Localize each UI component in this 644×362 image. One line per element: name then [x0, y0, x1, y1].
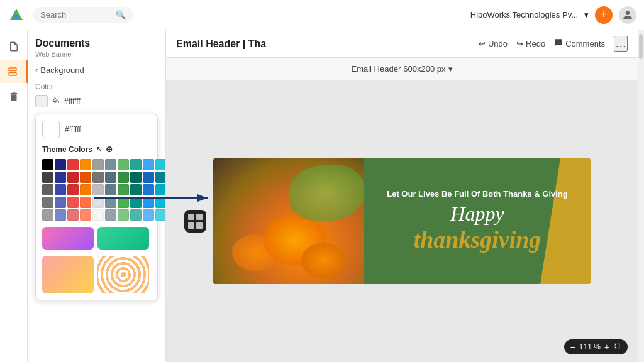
color-cell-21[interactable] [55, 184, 66, 195]
color-cell-3[interactable] [80, 159, 91, 170]
color-cell-7[interactable] [130, 159, 142, 170]
gradient-swatch-green[interactable] [97, 227, 149, 250]
redo-label: Redo [526, 39, 545, 48]
color-cell-22[interactable] [67, 184, 79, 195]
user-icon[interactable] [619, 6, 636, 24]
color-cell-23[interactable] [80, 184, 91, 195]
color-swatch[interactable] [35, 95, 48, 107]
color-cell-11[interactable] [55, 172, 66, 183]
color-label: Color [35, 82, 158, 91]
color-cell-18[interactable] [143, 172, 154, 183]
color-cell-25[interactable] [105, 184, 116, 195]
panel-title: Documents [35, 38, 158, 49]
image-row [42, 256, 151, 293]
color-cell-31[interactable] [55, 197, 66, 208]
color-cell-48[interactable] [143, 209, 154, 221]
layout-sq-1 [188, 214, 194, 220]
color-grid [42, 159, 151, 221]
undo-label: Undo [488, 39, 508, 48]
color-cell-17[interactable] [130, 172, 142, 183]
color-cell-27[interactable] [130, 184, 142, 195]
color-cell-29[interactable] [155, 184, 166, 195]
comments-icon [554, 38, 563, 49]
sidebar-item-document[interactable] [3, 35, 25, 58]
color-cell-6[interactable] [118, 159, 129, 170]
color-cell-37[interactable] [130, 197, 142, 208]
picker-top: #ffffff [42, 121, 151, 138]
sidebar-item-trash[interactable] [3, 85, 25, 108]
color-cell-30[interactable] [42, 197, 53, 208]
scroll-thumb [639, 34, 643, 59]
picker-hex: #ffffff [65, 125, 81, 134]
zoom-level: 111 % [579, 343, 601, 351]
color-input-row: #ffffff [35, 95, 158, 107]
color-cell-20[interactable] [42, 184, 53, 195]
color-cell-1[interactable] [55, 159, 66, 170]
color-cell-47[interactable] [130, 209, 142, 221]
theme-colors-label: Theme Colors [42, 145, 92, 154]
more-button[interactable]: … [614, 36, 628, 52]
fullscreen-button[interactable] [613, 342, 621, 352]
thanksgiving-banner[interactable]: Let Our Lives Be Full Of Both Thanks & G… [213, 158, 591, 284]
color-cell-15[interactable] [105, 172, 116, 183]
color-cell-43[interactable] [80, 209, 91, 221]
chevron-down-icon[interactable]: ▾ [584, 10, 589, 19]
gradient-swatch-pink[interactable] [42, 227, 94, 250]
color-cell-33[interactable] [80, 197, 91, 208]
color-cell-41[interactable] [55, 209, 66, 221]
color-cell-49[interactable] [155, 209, 166, 221]
layout-sq-3 [188, 222, 194, 229]
color-cell-36[interactable] [118, 197, 129, 208]
search-box[interactable]: 🔍 [33, 7, 133, 23]
size-bar[interactable]: Email Header 600x200 px ▾ [166, 58, 638, 80]
color-cell-42[interactable] [67, 209, 79, 221]
add-button[interactable]: + [595, 6, 613, 24]
layout-icon[interactable] [184, 210, 206, 233]
color-cell-34[interactable] [92, 197, 104, 208]
color-cell-26[interactable] [118, 184, 129, 195]
redo-button[interactable]: ↪ Redo [516, 39, 545, 48]
color-cell-16[interactable] [118, 172, 129, 183]
color-cell-44[interactable] [92, 209, 104, 221]
color-cell-39[interactable] [155, 197, 166, 208]
zoom-in-button[interactable]: + [604, 342, 609, 352]
back-button[interactable]: ‹ Background [35, 65, 158, 75]
color-cell-40[interactable] [42, 209, 53, 221]
doc-title: Email Header | Tha [176, 38, 266, 50]
color-cell-13[interactable] [80, 172, 91, 183]
image-swatch-1[interactable] [42, 256, 94, 293]
color-cell-9[interactable] [155, 159, 166, 170]
logo[interactable] [8, 6, 25, 24]
undo-button[interactable]: ↩ Undo [479, 39, 508, 48]
topbar: 🔍 HipoWorks Technologies Pv... ▾ + [0, 0, 644, 30]
canvas-content[interactable]: Let Our Lives Be Full Of Both Thanks & G… [166, 80, 638, 362]
add-color-icon[interactable]: ⊕ [106, 145, 113, 154]
color-cell-4[interactable] [92, 159, 104, 170]
color-cell-19[interactable] [155, 172, 166, 183]
right-scrollbar[interactable] [638, 30, 644, 362]
sidebar-item-layers[interactable] [0, 60, 28, 83]
picker-swatch[interactable] [42, 121, 60, 138]
color-cell-0[interactable] [42, 159, 53, 170]
color-cell-45[interactable] [105, 209, 116, 221]
color-cell-28[interactable] [143, 184, 154, 195]
image-swatch-2[interactable] [97, 256, 149, 293]
color-cell-14[interactable] [92, 172, 104, 183]
color-cell-32[interactable] [67, 197, 79, 208]
color-cell-8[interactable] [143, 159, 154, 170]
color-cell-5[interactable] [105, 159, 116, 170]
color-cell-35[interactable] [105, 197, 116, 208]
color-cell-24[interactable] [92, 184, 104, 195]
color-cell-10[interactable] [42, 172, 53, 183]
color-cell-12[interactable] [67, 172, 79, 183]
color-cell-38[interactable] [143, 197, 154, 208]
paint-bucket-icon [52, 97, 60, 106]
color-hex-value: #ffffff [64, 97, 80, 106]
search-input[interactable] [40, 10, 112, 19]
color-cell-2[interactable] [67, 159, 79, 170]
redo-icon: ↪ [516, 39, 523, 48]
comments-button[interactable]: Comments [554, 38, 605, 49]
zoom-out-button[interactable]: − [570, 342, 575, 352]
color-cell-46[interactable] [118, 209, 129, 221]
banner-diagonal [540, 158, 591, 284]
